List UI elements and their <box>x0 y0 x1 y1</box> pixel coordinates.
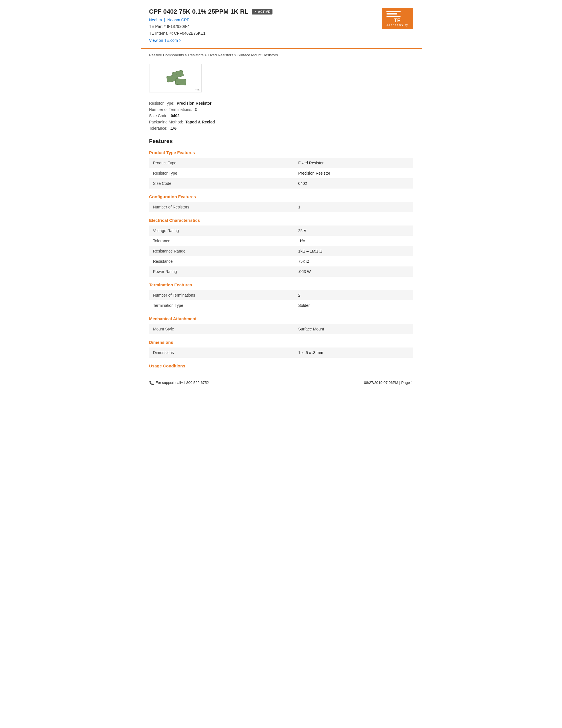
image-te-label: ≡TE <box>196 88 200 91</box>
table-row: Voltage Rating25 V <box>149 226 413 236</box>
part-info: TE Part # 9-1879208-4 TE Internal #: CPF… <box>149 23 413 37</box>
spec-row-resistor-type: Resistor Type: Precision Resistor <box>149 101 413 106</box>
part-number: TE Part # 9-1879208-4 <box>149 23 413 30</box>
cell-value-0-0: Fixed Resistor <box>294 158 413 168</box>
tolerance-label: Tolerance: <box>149 126 168 131</box>
cell-label-2-1: Tolerance <box>149 236 294 246</box>
cell-value-2-1: .1% <box>294 236 413 246</box>
product-image-box: ≡TE <box>149 64 202 92</box>
breadcrumb-sep-2: > <box>205 53 208 57</box>
quick-specs: Resistor Type: Precision Resistor Number… <box>141 98 422 131</box>
subsection-title-0: Product Type Features <box>149 150 413 155</box>
active-badge: ACTIVE <box>252 9 273 15</box>
breadcrumb-item-3[interactable]: Fixed Resistors <box>208 53 233 57</box>
tolerance-value: .1% <box>170 126 177 131</box>
cell-label-1-0: Number of Resistors <box>149 202 294 212</box>
size-code-value: 0402 <box>171 113 180 118</box>
subsection-title-3: Termination Features <box>149 282 413 287</box>
footer: 📞 For support call+1 800 522 6752 08/27/… <box>141 377 422 388</box>
table-row: Resistance75K Ω <box>149 256 413 266</box>
breadcrumb-item-1[interactable]: Passive Components <box>149 53 184 57</box>
cell-value-4-0: Surface Mount <box>294 324 413 334</box>
table-row: Termination TypeSolder <box>149 300 413 311</box>
features-table-4: Mount StyleSurface Mount <box>149 324 413 334</box>
cell-value-0-2: 0402 <box>294 178 413 189</box>
breadcrumb-item-2[interactable]: Resistors <box>188 53 204 57</box>
subsection-title-4: Mechanical Attachment <box>149 316 413 321</box>
product-image <box>158 70 192 87</box>
features-table-1: Number of Resistors1 <box>149 202 413 212</box>
spec-row-terminations: Number of Terminations: 2 <box>149 107 413 112</box>
cell-label-0-1: Resistor Type <box>149 168 294 178</box>
cell-value-0-1: Precision Resistor <box>294 168 413 178</box>
cell-value-3-0: 2 <box>294 290 413 300</box>
cell-label-3-1: Termination Type <box>149 300 294 311</box>
te-logo-tagline: connectivity <box>386 24 408 26</box>
breadcrumb: Passive Components > Resistors > Fixed R… <box>141 49 422 61</box>
breadcrumb-item-4[interactable]: Surface Mount Resistors <box>238 53 278 57</box>
phone-icon: 📞 <box>149 380 154 385</box>
footer-support-text: For support call+1 800 522 6752 <box>156 380 209 385</box>
te-logo-line-1 <box>386 11 401 12</box>
header: CPF 0402 75K 0.1% 25PPM 1K RL ACTIVE Neo… <box>141 0 422 48</box>
brand-links: Neohm | Neohm CPF <box>149 18 413 22</box>
cell-value-3-1: Solder <box>294 300 413 311</box>
subsection-title-5: Dimensions <box>149 340 413 345</box>
terminations-value: 2 <box>195 107 197 112</box>
cell-label-2-0: Voltage Rating <box>149 226 294 236</box>
subsection-title-6: Usage Conditions <box>149 363 413 368</box>
product-image-section: ≡TE <box>141 61 422 98</box>
subsections-container: Product Type FeaturesProduct TypeFixed R… <box>149 150 413 368</box>
cell-value-2-0: 25 V <box>294 226 413 236</box>
cell-label-3-0: Number of Terminations <box>149 290 294 300</box>
view-on-te-link[interactable]: View on TE.com > <box>149 38 413 43</box>
cell-label-2-4: Power Rating <box>149 266 294 277</box>
brand-link-neohm[interactable]: Neohm <box>149 18 162 22</box>
breadcrumb-sep-3: > <box>234 53 237 57</box>
features-table-5: Dimensions1 x .5 x .3 mm <box>149 348 413 358</box>
breadcrumb-sep-1: > <box>185 53 188 57</box>
cell-label-2-2: Resistance Range <box>149 246 294 256</box>
resistor-type-label: Resistor Type: <box>149 101 175 106</box>
features-table-0: Product TypeFixed ResistorResistor TypeP… <box>149 158 413 189</box>
table-row: Mount StyleSurface Mount <box>149 324 413 334</box>
product-title-row: CPF 0402 75K 0.1% 25PPM 1K RL ACTIVE <box>149 8 413 15</box>
te-logo-inner: TE connectivity <box>386 11 408 26</box>
te-logo-line-3 <box>386 16 401 17</box>
cell-value-2-4: .063 W <box>294 266 413 277</box>
table-row: Dimensions1 x .5 x .3 mm <box>149 348 413 358</box>
resistor-type-value: Precision Resistor <box>177 101 212 106</box>
cell-value-1-0: 1 <box>294 202 413 212</box>
te-logo: TE connectivity <box>382 8 413 29</box>
te-logo-text: TE <box>386 18 408 24</box>
cell-value-5-0: 1 x .5 x .3 mm <box>294 348 413 358</box>
table-row: Power Rating.063 W <box>149 266 413 277</box>
subsection-title-1: Configuration Features <box>149 194 413 199</box>
table-row: Resistor TypePrecision Resistor <box>149 168 413 178</box>
te-logo-lines <box>386 11 408 17</box>
footer-support: 📞 For support call+1 800 522 6752 <box>149 380 209 385</box>
table-row: Number of Resistors1 <box>149 202 413 212</box>
table-row: Size Code0402 <box>149 178 413 189</box>
cell-label-2-3: Resistance <box>149 256 294 266</box>
cell-label-5-0: Dimensions <box>149 348 294 358</box>
subsection-title-2: Electrical Characteristics <box>149 218 413 223</box>
te-logo-line-2 <box>386 13 397 15</box>
features-table-2: Voltage Rating25 VTolerance.1%Resistance… <box>149 226 413 277</box>
features-section: Features Product Type FeaturesProduct Ty… <box>141 132 422 368</box>
table-row: Product TypeFixed Resistor <box>149 158 413 168</box>
brand-link-neohm-cpf[interactable]: Neohm CPF <box>167 18 189 22</box>
table-row: Resistance Range1kΩ – 1MΩ Ω <box>149 246 413 256</box>
cell-value-2-3: 75K Ω <box>294 256 413 266</box>
cell-label-4-0: Mount Style <box>149 324 294 334</box>
table-row: Tolerance.1% <box>149 236 413 246</box>
cell-label-0-0: Product Type <box>149 158 294 168</box>
internal-number: TE Internal #: CPF0402B75KE1 <box>149 30 413 37</box>
packaging-label: Packaging Method: <box>149 120 183 124</box>
cell-value-2-2: 1kΩ – 1MΩ Ω <box>294 246 413 256</box>
cell-label-0-2: Size Code <box>149 178 294 189</box>
chip-3 <box>175 78 186 85</box>
terminations-label: Number of Terminations: <box>149 107 192 112</box>
packaging-value: Taped & Reeled <box>185 120 215 124</box>
spec-row-tolerance: Tolerance: .1% <box>149 126 413 131</box>
